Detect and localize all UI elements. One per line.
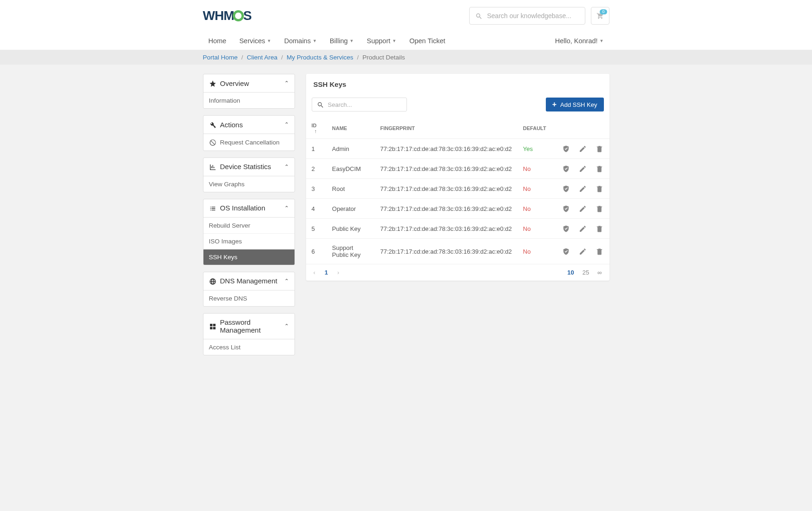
trash-icon[interactable] <box>596 204 604 213</box>
panel-overview-header[interactable]: Overview ⌃ <box>203 74 295 92</box>
col-actions <box>556 118 609 139</box>
cell-fingerprint: 77:2b:17:17:cd:de:ad:78:3c:03:16:39:d2:a… <box>374 199 517 219</box>
panel-stats-header[interactable]: Device Statistics ⌃ <box>203 158 295 176</box>
ssh-search[interactable] <box>312 98 407 111</box>
chart-icon <box>209 163 216 171</box>
cell-id: 6 <box>306 239 327 264</box>
sidebar-item-view-graphs[interactable]: View Graphs <box>203 176 295 192</box>
edit-icon[interactable] <box>579 204 587 213</box>
nav-domains[interactable]: Domains▼ <box>279 33 322 48</box>
sidebar-item-information[interactable]: Information <box>203 92 295 108</box>
cell-default: No <box>517 219 557 239</box>
pagination: ‹ 1 › <box>314 269 340 276</box>
add-ssh-key-button[interactable]: + Add SSH Key <box>546 98 604 111</box>
shield-icon[interactable] <box>562 164 570 173</box>
knowledgebase-search[interactable] <box>469 7 585 25</box>
panel-os-header[interactable]: OS Installation ⌃ <box>203 199 295 217</box>
page-title: SSH Keys <box>306 74 609 95</box>
plus-icon: + <box>552 101 557 108</box>
search-icon <box>475 12 483 20</box>
page-size-inf[interactable]: ∞ <box>597 269 602 276</box>
bc-portal-home[interactable]: Portal Home <box>203 54 238 61</box>
cell-default: No <box>517 179 557 199</box>
knowledgebase-search-input[interactable] <box>487 12 579 20</box>
cell-id: 2 <box>306 159 327 179</box>
chevron-down-icon: ▼ <box>600 39 604 43</box>
cell-fingerprint: 77:2b:17:17:cd:de:ad:78:3c:03:16:39:d2:a… <box>374 219 517 239</box>
trash-icon[interactable] <box>596 184 604 193</box>
nav-billing[interactable]: Billing▼ <box>324 33 360 48</box>
page-current[interactable]: 1 <box>325 269 328 276</box>
cell-name: Admin <box>327 139 375 159</box>
ssh-search-input[interactable] <box>328 101 406 108</box>
page-size-10[interactable]: 10 <box>567 269 574 276</box>
col-name[interactable]: NAME <box>327 118 375 139</box>
panel-overview: Overview ⌃ Information <box>203 74 295 109</box>
cell-fingerprint: 77:2b:17:17:cd:de:ad:78:3c:03:16:39:d2:a… <box>374 159 517 179</box>
cell-id: 4 <box>306 199 327 219</box>
nav-home[interactable]: Home <box>203 33 232 48</box>
cell-name: Public Key <box>327 219 375 239</box>
cell-name: EasyDCIM <box>327 159 375 179</box>
globe-icon <box>209 277 216 285</box>
table-row: 2EasyDCIM77:2b:17:17:cd:de:ad:78:3c:03:1… <box>306 159 609 179</box>
table-row: 6Support Public Key77:2b:17:17:cd:de:ad:… <box>306 239 609 264</box>
table-row: 3Root77:2b:17:17:cd:de:ad:78:3c:03:16:39… <box>306 179 609 199</box>
panel-dns-header[interactable]: DNS Management ⌃ <box>203 272 295 290</box>
shield-icon[interactable] <box>562 224 570 233</box>
cell-fingerprint: 77:2b:17:17:cd:de:ad:78:3c:03:16:39:d2:a… <box>374 139 517 159</box>
cell-name: Support Public Key <box>327 239 375 264</box>
shield-icon[interactable] <box>562 204 570 213</box>
panel-password-management: Password Management ⌃ Access List <box>203 313 295 355</box>
bc-client-area[interactable]: Client Area <box>247 54 277 61</box>
bc-product-details: Product Details <box>362 54 405 61</box>
trash-icon[interactable] <box>596 247 604 256</box>
sort-asc-icon: ↑ <box>314 128 317 134</box>
trash-icon[interactable] <box>596 224 604 233</box>
page-next[interactable]: › <box>337 269 339 276</box>
nav-open-ticket[interactable]: Open Ticket <box>404 33 451 48</box>
nav-support[interactable]: Support▼ <box>361 33 402 48</box>
edit-icon[interactable] <box>579 247 587 256</box>
shield-icon[interactable] <box>562 144 570 153</box>
col-fingerprint[interactable]: FINGERPRINT <box>374 118 517 139</box>
cell-default: No <box>517 199 557 219</box>
table-row: 4Operator77:2b:17:17:cd:de:ad:78:3c:03:1… <box>306 199 609 219</box>
trash-icon[interactable] <box>596 164 604 173</box>
edit-icon[interactable] <box>579 164 587 173</box>
sidebar-item-iso-images[interactable]: ISO Images <box>203 233 295 249</box>
panel-pwd-header[interactable]: Password Management ⌃ <box>203 314 295 339</box>
col-id[interactable]: ID ↑ <box>306 118 327 139</box>
breadcrumb: Portal Home / Client Area / My Products … <box>0 50 812 65</box>
nav-services[interactable]: Services▼ <box>234 33 277 48</box>
sidebar-item-reverse-dns[interactable]: Reverse DNS <box>203 290 295 306</box>
cell-id: 3 <box>306 179 327 199</box>
cell-default: No <box>517 239 557 264</box>
nav-left: Home Services▼ Domains▼ Billing▼ Support… <box>203 33 451 48</box>
panel-os-installation: OS Installation ⌃ Rebuild Server ISO Ima… <box>203 199 295 265</box>
page-prev[interactable]: ‹ <box>314 269 315 276</box>
logo[interactable]: WHM S <box>203 8 252 23</box>
sidebar-item-access-list[interactable]: Access List <box>203 339 295 355</box>
col-default[interactable]: DEFAULT <box>517 118 557 139</box>
table-footer: ‹ 1 › 10 25 ∞ <box>306 264 609 281</box>
edit-icon[interactable] <box>579 144 587 153</box>
page-size-25[interactable]: 25 <box>583 269 589 276</box>
table-row: 5Public Key77:2b:17:17:cd:de:ad:78:3c:03… <box>306 219 609 239</box>
sidebar-item-request-cancellation[interactable]: Request Cancellation <box>203 134 295 150</box>
panel-actions-header[interactable]: Actions ⌃ <box>203 116 295 134</box>
sidebar-item-rebuild-server[interactable]: Rebuild Server <box>203 217 295 233</box>
sidebar-item-ssh-keys[interactable]: SSH Keys <box>203 249 295 265</box>
cart-button[interactable]: 0 <box>591 7 609 25</box>
shield-icon[interactable] <box>562 184 570 193</box>
user-greeting-dropdown[interactable]: Hello, Konrad! ▼ <box>550 33 609 48</box>
shield-icon[interactable] <box>562 247 570 256</box>
bc-my-products[interactable]: My Products & Services <box>287 54 353 61</box>
edit-icon[interactable] <box>579 184 587 193</box>
edit-icon[interactable] <box>579 224 587 233</box>
trash-icon[interactable] <box>596 144 604 153</box>
sidebar: Overview ⌃ Information Actions ⌃ Request… <box>203 74 295 362</box>
chevron-up-icon: ⌃ <box>284 80 289 86</box>
cancel-icon <box>209 138 216 146</box>
chevron-down-icon: ▼ <box>392 39 396 43</box>
